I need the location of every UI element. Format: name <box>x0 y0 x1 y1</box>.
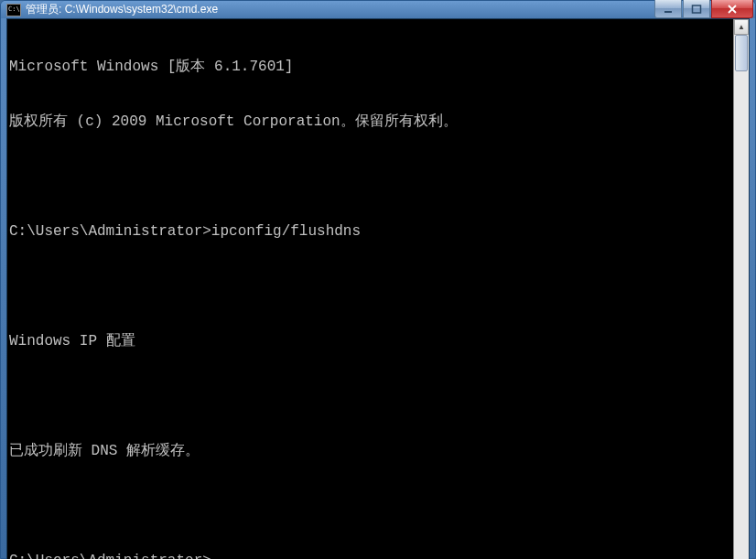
scroll-thumb[interactable] <box>735 35 748 71</box>
terminal-line <box>9 387 733 405</box>
scroll-up-button[interactable]: ▲ <box>734 19 749 35</box>
scroll-track[interactable] <box>734 35 749 559</box>
cmd-icon <box>6 4 21 16</box>
terminal-prompt: C:\Users\Administrator> <box>9 553 211 559</box>
svg-rect-0 <box>664 11 672 13</box>
client-area: Microsoft Windows [版本 6.1.7601] 版权所有 (c)… <box>6 18 750 559</box>
vertical-scrollbar[interactable]: ▲ ▼ <box>733 19 749 559</box>
terminal-line: C:\Users\Administrator>ipconfig/flushdns <box>9 222 733 241</box>
window-title: 管理员: C:\Windows\system32\cmd.exe <box>26 2 654 17</box>
terminal-line: 版权所有 (c) 2009 Microsoft Corporation。保留所有… <box>9 113 733 131</box>
svg-rect-1 <box>693 5 701 13</box>
window-controls <box>654 0 753 18</box>
terminal-line <box>9 167 733 186</box>
titlebar[interactable]: 管理员: C:\Windows\system32\cmd.exe <box>1 1 755 18</box>
terminal-prompt-line: C:\Users\Administrator> <box>9 552 733 559</box>
terminal-line <box>9 277 733 296</box>
close-button[interactable] <box>711 0 753 18</box>
minimize-button[interactable] <box>654 0 682 18</box>
terminal-line <box>9 497 733 515</box>
terminal-line: 已成功刷新 DNS 解析缓存。 <box>9 442 733 460</box>
terminal-output[interactable]: Microsoft Windows [版本 6.1.7601] 版权所有 (c)… <box>7 19 733 559</box>
cmd-window: 管理员: C:\Windows\system32\cmd.exe Microso… <box>0 0 756 559</box>
terminal-line: Windows IP 配置 <box>9 332 733 350</box>
maximize-button[interactable] <box>683 0 710 18</box>
terminal-line: Microsoft Windows [版本 6.1.7601] <box>9 58 733 76</box>
